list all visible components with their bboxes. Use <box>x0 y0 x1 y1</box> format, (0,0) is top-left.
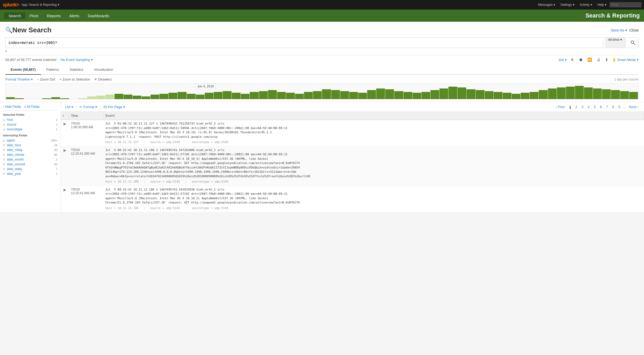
chart-bar[interactable] <box>196 95 205 99</box>
page-8-button[interactable]: 8 <box>611 104 616 109</box>
chart-bar[interactable] <box>142 96 150 99</box>
chart-bar[interactable] <box>250 92 258 99</box>
chart-bar[interactable] <box>548 88 557 99</box>
chart-bar[interactable] <box>457 87 466 99</box>
chart-bar[interactable] <box>611 90 620 99</box>
search-input[interactable] <box>5 37 603 48</box>
activity-button[interactable]: Activity ▾ <box>578 2 594 8</box>
field-name-link[interactable]: date_second <box>7 162 25 166</box>
chart-bar[interactable] <box>304 92 313 99</box>
find-input[interactable] <box>610 2 641 7</box>
chart-bar[interactable] <box>313 91 322 99</box>
chart-bar[interactable] <box>385 89 394 99</box>
stop-button[interactable]: ⏹ <box>578 57 584 62</box>
chart-bar[interactable] <box>51 97 60 99</box>
event-host[interactable]: host = 10.11.11.106 <box>105 180 139 183</box>
chart-bar[interactable] <box>60 98 69 99</box>
nav-dashboards[interactable]: Dashboards <box>84 12 114 19</box>
search-button[interactable] <box>627 37 639 48</box>
chart-bar[interactable] <box>476 90 484 99</box>
chart-bar[interactable] <box>557 87 566 99</box>
interesting-field-item[interactable]: a agent 100+ <box>3 138 57 143</box>
chart-bar[interactable] <box>96 96 105 99</box>
field-name-link[interactable]: date_year <box>7 172 21 176</box>
chart-bar[interactable] <box>259 91 268 99</box>
download-button[interactable]: ⬇ <box>604 57 609 62</box>
zoom-to-selection-button[interactable]: + Zoom to Selection <box>59 77 90 81</box>
chart-bar[interactable] <box>286 93 295 99</box>
chart-bar[interactable] <box>205 93 214 99</box>
chart-bar[interactable] <box>87 96 96 99</box>
nav-reports[interactable]: Reports <box>43 12 65 19</box>
smart-mode-button[interactable]: 💡 Smart Mode ▾ <box>612 58 639 62</box>
event-host[interactable]: host = 10.11.11.127 <box>105 140 139 144</box>
zoom-out-button[interactable]: – Zoom Out <box>37 77 55 81</box>
chart-bar[interactable] <box>376 88 385 99</box>
chart-bar[interactable] <box>133 96 141 99</box>
list-dropdown-button[interactable]: List ▾ <box>65 105 73 109</box>
chart-bar[interactable] <box>178 92 186 99</box>
hide-fields-button[interactable]: ‹ Hide Fields <box>3 105 21 109</box>
all-fields-button[interactable]: ≡ All Fields <box>24 105 39 109</box>
chart-bar[interactable] <box>584 87 593 99</box>
interesting-field-item[interactable]: # date_mday 30 <box>3 148 57 152</box>
per-page-dropdown-button[interactable]: 20 Per Page ▾ <box>103 105 125 109</box>
timeline-chart[interactable]: Jun 4, 2016 <box>5 83 639 99</box>
field-name-link[interactable]: date_hour <box>7 143 21 147</box>
chart-bar[interactable] <box>349 92 358 99</box>
page-6-button[interactable]: 6 <box>598 104 603 109</box>
chart-bar[interactable] <box>629 92 638 99</box>
row-expand-cell[interactable]: ▶ <box>61 146 69 186</box>
job-button[interactable]: Job ▾ <box>558 58 567 62</box>
page-7-button[interactable]: 7 <box>605 104 610 109</box>
chart-bar[interactable] <box>169 93 177 99</box>
page-4-button[interactable]: 4 <box>586 104 591 109</box>
event-sourcetype[interactable]: sourcetype = udp:5145 <box>192 206 228 210</box>
expand-arrow[interactable]: ▶ <box>64 188 66 192</box>
chart-bar[interactable] <box>512 94 520 99</box>
chart-bar[interactable] <box>115 94 123 99</box>
chart-bar[interactable] <box>232 93 241 99</box>
field-name-link[interactable]: agent <box>7 139 15 142</box>
page-1-button[interactable]: 1 <box>568 104 573 109</box>
nav-alerts[interactable]: Alerts <box>65 12 83 19</box>
chart-bar[interactable] <box>6 97 15 99</box>
row-expand-cell[interactable]: ▶ <box>61 120 69 147</box>
close-button[interactable]: Close <box>629 28 639 32</box>
help-button[interactable]: Help ▾ <box>595 2 609 8</box>
chart-bar[interactable] <box>430 90 439 99</box>
field-name-link[interactable]: date_minute <box>7 153 24 157</box>
chart-bar[interactable] <box>602 89 611 99</box>
chart-bar[interactable] <box>160 94 168 99</box>
event-sourcetype[interactable]: sourcetype = udp:5145 <box>192 140 228 144</box>
chart-bar[interactable] <box>78 98 87 99</box>
chart-bar[interactable] <box>394 91 403 99</box>
chart-bar[interactable] <box>367 90 376 99</box>
interesting-field-item[interactable]: # date_minute 60 <box>3 152 57 157</box>
page-9-button[interactable]: 9 <box>617 104 622 109</box>
field-name-link[interactable]: date_wday <box>7 167 22 171</box>
chart-bar[interactable] <box>322 89 331 99</box>
chart-bar[interactable] <box>485 91 493 99</box>
chart-bar[interactable] <box>214 92 223 99</box>
chart-bar[interactable] <box>277 92 286 99</box>
chart-bar[interactable] <box>503 93 511 99</box>
page-2-button[interactable]: 2 <box>574 104 579 109</box>
field-name-link[interactable]: host <box>7 118 13 122</box>
chart-bar[interactable] <box>331 90 340 99</box>
event-host[interactable]: host = 10.11.11.106 <box>105 206 139 210</box>
pause-button[interactable]: ⏸ <box>569 57 575 62</box>
deselect-button[interactable]: ✕ Deselect <box>94 77 111 81</box>
chart-bar[interactable] <box>421 92 430 99</box>
chart-bar[interactable] <box>358 93 367 99</box>
page-3-button[interactable]: 3 <box>580 104 585 109</box>
interesting-field-item[interactable]: # date_hour 24 <box>3 143 57 148</box>
print-button[interactable]: 🖨 <box>596 57 601 62</box>
chart-bar[interactable] <box>593 88 602 99</box>
chart-bar[interactable] <box>620 91 629 99</box>
chart-bar[interactable] <box>403 92 412 99</box>
field-name-link[interactable]: date_mday <box>7 148 22 152</box>
event-sourcetype[interactable]: sourcetype = udp:5145 <box>192 180 228 183</box>
tab-patterns[interactable]: Patterns <box>41 65 64 75</box>
page-5-button[interactable]: 5 <box>592 104 597 109</box>
